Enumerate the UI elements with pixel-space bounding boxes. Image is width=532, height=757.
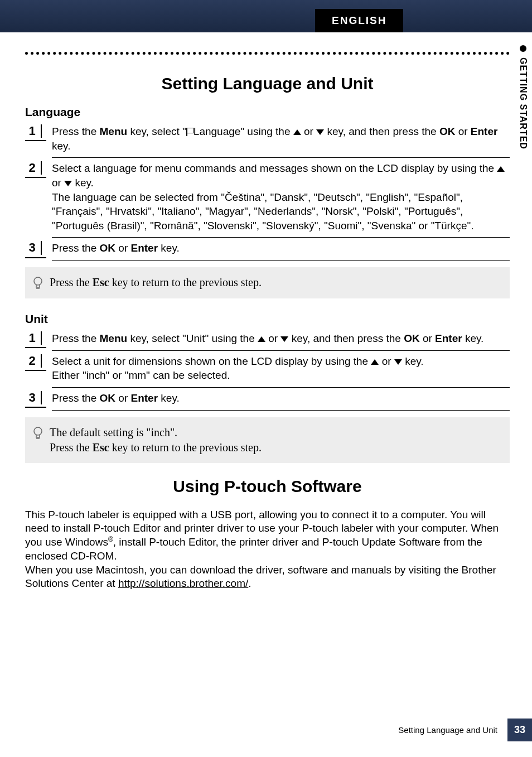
text: key. xyxy=(402,355,424,367)
text: key, select " xyxy=(127,126,186,137)
text: or xyxy=(301,126,316,137)
step-body: Press the OK or Enter key. xyxy=(52,391,510,411)
down-arrow-icon xyxy=(316,129,324,135)
text: Either "inch" or "mm" can be selected. xyxy=(52,369,230,381)
text: or xyxy=(265,332,280,344)
enter-key: Enter xyxy=(131,242,158,254)
step-body: Select a unit for dimensions shown on th… xyxy=(52,354,510,388)
step-number-cell: 2 xyxy=(25,354,46,371)
language-section: Language 1 Press the Menu key, select "L… xyxy=(25,105,510,298)
tip-text: The default setting is "inch". Press the… xyxy=(50,425,262,455)
text: key, select "Unit" using the xyxy=(127,332,258,344)
down-arrow-icon xyxy=(394,359,402,365)
text: key. xyxy=(158,242,180,254)
header-band: ENGLISH xyxy=(0,0,532,32)
text: or xyxy=(52,177,64,189)
text: The language can be selected from "Češti… xyxy=(52,191,474,232)
step-number-cell: 1 xyxy=(25,331,46,348)
enter-key: Enter xyxy=(131,392,158,404)
step-number: 2 xyxy=(25,161,42,175)
text: Press the xyxy=(50,441,93,454)
flag-icon xyxy=(186,128,194,136)
text: key. xyxy=(52,140,70,152)
svg-point-0 xyxy=(34,277,42,285)
unit-section: Unit 1 Press the Menu key, select "Unit"… xyxy=(25,312,510,463)
text: key to return to the previous step. xyxy=(109,276,262,288)
step-number: 1 xyxy=(25,331,42,345)
page-footer: Setting Language and Unit 33 xyxy=(398,719,532,741)
unit-step-3: 3 Press the OK or Enter key. xyxy=(25,391,510,411)
ok-key: OK xyxy=(439,126,456,137)
up-arrow-icon xyxy=(293,129,301,135)
step-number: 2 xyxy=(25,354,42,368)
text: key, and then press the xyxy=(288,332,404,344)
step-number-cell: 3 xyxy=(25,391,46,408)
esc-key: Esc xyxy=(93,276,109,288)
text: When you use Macintosh, you can download… xyxy=(25,564,496,590)
up-arrow-icon xyxy=(258,336,265,342)
footer-section-label: Setting Language and Unit xyxy=(398,725,497,735)
lightbulb-icon xyxy=(32,426,44,441)
tip-box: Press the Esc key to return to the previ… xyxy=(25,267,510,298)
text: or xyxy=(379,355,394,367)
section-title-language-unit: Setting Language and Unit xyxy=(25,74,510,93)
text: Language" using the xyxy=(194,126,293,137)
text: Press the xyxy=(52,242,100,254)
step-body: Press the OK or Enter key. xyxy=(52,241,510,261)
text: or xyxy=(420,332,435,344)
registered-symbol: ® xyxy=(108,536,113,543)
enter-key: Enter xyxy=(435,332,462,344)
step-number: 3 xyxy=(25,241,42,254)
text: key to return to the previous step. xyxy=(109,441,262,454)
section-title-ptouch: Using P-touch Software xyxy=(25,477,510,496)
step-number-cell: 3 xyxy=(25,241,46,258)
language-heading: Language xyxy=(25,105,510,119)
language-tab: ENGLISH xyxy=(315,9,403,32)
ok-key: OK xyxy=(404,332,420,344)
text: key. xyxy=(462,332,484,344)
text: or xyxy=(115,392,130,404)
step-number-cell: 2 xyxy=(25,161,46,178)
ptouch-intro: This P-touch labeler is equipped with a … xyxy=(25,508,510,591)
esc-key: Esc xyxy=(93,441,109,454)
text: or xyxy=(115,242,130,254)
tip-text: Press the Esc key to return to the previ… xyxy=(50,275,262,290)
unit-heading: Unit xyxy=(25,312,510,326)
step-number: 1 xyxy=(25,124,42,138)
down-arrow-icon xyxy=(64,181,72,186)
text: or xyxy=(455,126,470,137)
step-number: 3 xyxy=(25,391,42,404)
lightbulb-icon xyxy=(32,276,44,291)
text: . xyxy=(248,577,251,589)
text: Press the xyxy=(52,332,100,344)
unit-step-1: 1 Press the Menu key, select "Unit" usin… xyxy=(25,331,510,351)
page-content: Setting Language and Unit Language 1 Pre… xyxy=(0,32,532,591)
menu-key: Menu xyxy=(100,126,128,137)
text: Select a language for menu commands and … xyxy=(52,162,497,174)
up-arrow-icon xyxy=(497,166,505,172)
step-body: Press the Menu key, select "Unit" using … xyxy=(52,331,510,351)
menu-key: Menu xyxy=(100,332,128,344)
step-body: Press the Menu key, select "Language" us… xyxy=(52,124,510,158)
language-step-1: 1 Press the Menu key, select "Language" … xyxy=(25,124,510,158)
text: Press the xyxy=(52,392,100,404)
unit-step-2: 2 Select a unit for dimensions shown on … xyxy=(25,354,510,388)
step-number-cell: 1 xyxy=(25,124,46,141)
ok-key: OK xyxy=(100,242,116,254)
enter-key: Enter xyxy=(471,126,498,137)
language-step-3: 3 Press the OK or Enter key. xyxy=(25,241,510,261)
svg-point-2 xyxy=(34,427,42,435)
text: key. xyxy=(158,392,180,404)
text: Press the xyxy=(52,126,100,137)
text: key, and then press the xyxy=(324,126,439,137)
step-body: Select a language for menu commands and … xyxy=(52,161,510,238)
up-arrow-icon xyxy=(371,359,379,365)
text: Press the xyxy=(50,276,93,288)
page-number: 33 xyxy=(507,719,532,741)
tip-box: The default setting is "inch". Press the… xyxy=(25,417,510,463)
text: key. xyxy=(72,177,94,189)
down-arrow-icon xyxy=(280,336,288,342)
text: Select a unit for dimensions shown on th… xyxy=(52,355,371,367)
solutions-url[interactable]: http://solutions.brother.com/ xyxy=(118,577,248,589)
ok-key: OK xyxy=(100,392,116,404)
